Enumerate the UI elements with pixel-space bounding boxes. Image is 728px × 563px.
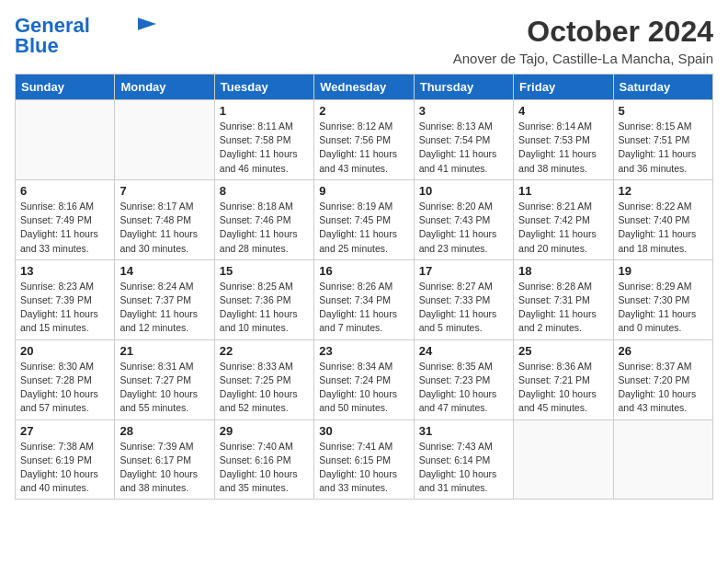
calendar-cell: 19Sunrise: 8:29 AM Sunset: 7:30 PM Dayli… [613, 259, 712, 339]
day-number: 17 [419, 264, 508, 278]
day-number: 4 [518, 104, 608, 118]
day-detail: Sunrise: 8:23 AM Sunset: 7:39 PM Dayligh… [20, 280, 109, 336]
calendar-cell: 24Sunrise: 8:35 AM Sunset: 7:23 PM Dayli… [414, 339, 513, 419]
day-detail: Sunrise: 8:25 AM Sunset: 7:36 PM Dayligh… [220, 280, 309, 336]
calendar-cell: 25Sunrise: 8:36 AM Sunset: 7:21 PM Dayli… [514, 339, 613, 419]
day-number: 20 [20, 344, 109, 358]
day-detail: Sunrise: 7:39 AM Sunset: 6:17 PM Dayligh… [119, 440, 209, 496]
day-detail: Sunrise: 8:36 AM Sunset: 7:21 PM Dayligh… [518, 360, 608, 416]
calendar-cell: 4Sunrise: 8:14 AM Sunset: 7:53 PM Daylig… [514, 100, 613, 180]
day-detail: Sunrise: 8:21 AM Sunset: 7:42 PM Dayligh… [518, 200, 608, 256]
calendar-cell [115, 100, 214, 180]
day-number: 15 [220, 264, 309, 278]
day-number: 12 [619, 184, 708, 198]
day-number: 14 [119, 264, 209, 278]
calendar-week-row: 20Sunrise: 8:30 AM Sunset: 7:28 PM Dayli… [16, 339, 713, 419]
calendar-cell: 29Sunrise: 7:40 AM Sunset: 6:16 PM Dayli… [214, 419, 313, 500]
calendar-cell: 16Sunrise: 8:26 AM Sunset: 7:34 PM Dayli… [314, 259, 414, 339]
day-number: 16 [319, 264, 408, 278]
svg-marker-0 [138, 17, 156, 29]
calendar-cell: 2Sunrise: 8:12 AM Sunset: 7:56 PM Daylig… [314, 100, 414, 180]
day-number: 31 [419, 424, 508, 438]
day-detail: Sunrise: 7:41 AM Sunset: 6:15 PM Dayligh… [319, 440, 408, 496]
calendar-cell: 18Sunrise: 8:28 AM Sunset: 7:31 PM Dayli… [514, 259, 613, 339]
day-number: 11 [518, 184, 608, 198]
day-detail: Sunrise: 8:20 AM Sunset: 7:43 PM Dayligh… [419, 200, 508, 256]
calendar-week-row: 1Sunrise: 8:11 AM Sunset: 7:58 PM Daylig… [16, 100, 713, 180]
day-number: 27 [20, 424, 109, 438]
logo: General Blue [15, 15, 156, 57]
calendar-cell: 9Sunrise: 8:19 AM Sunset: 7:45 PM Daylig… [314, 179, 414, 259]
calendar-table: SundayMondayTuesdayWednesdayThursdayFrid… [15, 74, 713, 500]
title-block: October 2024 Anover de Tajo, Castille-La… [453, 15, 713, 66]
calendar-week-row: 13Sunrise: 8:23 AM Sunset: 7:39 PM Dayli… [16, 259, 713, 339]
day-detail: Sunrise: 8:19 AM Sunset: 7:45 PM Dayligh… [319, 200, 408, 256]
day-number: 18 [518, 264, 608, 278]
calendar-cell [16, 100, 115, 180]
day-number: 22 [220, 344, 309, 358]
day-number: 6 [20, 184, 109, 198]
day-number: 13 [20, 264, 109, 278]
calendar-cell: 1Sunrise: 8:11 AM Sunset: 7:58 PM Daylig… [214, 100, 313, 180]
calendar-cell: 30Sunrise: 7:41 AM Sunset: 6:15 PM Dayli… [314, 419, 414, 500]
day-detail: Sunrise: 8:14 AM Sunset: 7:53 PM Dayligh… [518, 120, 608, 176]
calendar-cell: 27Sunrise: 7:38 AM Sunset: 6:19 PM Dayli… [16, 419, 115, 500]
day-number: 9 [319, 184, 408, 198]
day-number: 26 [619, 344, 708, 358]
calendar-cell: 17Sunrise: 8:27 AM Sunset: 7:33 PM Dayli… [414, 259, 513, 339]
calendar-cell [514, 419, 613, 500]
day-number: 29 [220, 424, 309, 438]
calendar-cell: 14Sunrise: 8:24 AM Sunset: 7:37 PM Dayli… [115, 259, 214, 339]
day-detail: Sunrise: 7:40 AM Sunset: 6:16 PM Dayligh… [220, 440, 309, 496]
day-detail: Sunrise: 8:33 AM Sunset: 7:25 PM Dayligh… [220, 360, 309, 416]
calendar-week-row: 6Sunrise: 8:16 AM Sunset: 7:49 PM Daylig… [16, 179, 713, 259]
calendar-cell [613, 419, 712, 500]
calendar-cell: 11Sunrise: 8:21 AM Sunset: 7:42 PM Dayli… [514, 179, 613, 259]
calendar-week-row: 27Sunrise: 7:38 AM Sunset: 6:19 PM Dayli… [16, 419, 713, 500]
day-detail: Sunrise: 8:31 AM Sunset: 7:27 PM Dayligh… [119, 360, 209, 416]
month-title: October 2024 [453, 15, 713, 49]
day-detail: Sunrise: 7:38 AM Sunset: 6:19 PM Dayligh… [20, 440, 109, 496]
day-number: 3 [419, 104, 508, 118]
day-number: 24 [419, 344, 508, 358]
calendar-cell: 5Sunrise: 8:15 AM Sunset: 7:51 PM Daylig… [613, 100, 712, 180]
day-detail: Sunrise: 8:12 AM Sunset: 7:56 PM Dayligh… [319, 120, 408, 176]
calendar-cell: 28Sunrise: 7:39 AM Sunset: 6:17 PM Dayli… [115, 419, 214, 500]
calendar-cell: 10Sunrise: 8:20 AM Sunset: 7:43 PM Dayli… [414, 179, 513, 259]
day-detail: Sunrise: 8:27 AM Sunset: 7:33 PM Dayligh… [419, 280, 508, 336]
calendar-cell: 26Sunrise: 8:37 AM Sunset: 7:20 PM Dayli… [613, 339, 712, 419]
calendar-cell: 3Sunrise: 8:13 AM Sunset: 7:54 PM Daylig… [414, 100, 513, 180]
calendar-cell: 22Sunrise: 8:33 AM Sunset: 7:25 PM Dayli… [214, 339, 313, 419]
day-number: 2 [319, 104, 408, 118]
day-detail: Sunrise: 7:43 AM Sunset: 6:14 PM Dayligh… [419, 440, 508, 496]
calendar-cell: 12Sunrise: 8:22 AM Sunset: 7:40 PM Dayli… [613, 179, 712, 259]
weekday-header: Wednesday [314, 75, 414, 100]
day-detail: Sunrise: 8:29 AM Sunset: 7:30 PM Dayligh… [619, 280, 708, 336]
page-header: General Blue October 2024 Anover de Tajo… [15, 15, 713, 66]
logo-icon [138, 17, 156, 30]
day-detail: Sunrise: 8:18 AM Sunset: 7:46 PM Dayligh… [220, 200, 309, 256]
day-number: 28 [119, 424, 209, 438]
calendar-header-row: SundayMondayTuesdayWednesdayThursdayFrid… [16, 75, 713, 100]
day-number: 19 [619, 264, 708, 278]
calendar-cell: 20Sunrise: 8:30 AM Sunset: 7:28 PM Dayli… [16, 339, 115, 419]
day-detail: Sunrise: 8:35 AM Sunset: 7:23 PM Dayligh… [419, 360, 508, 416]
logo-text2: Blue [15, 35, 59, 57]
day-number: 30 [319, 424, 408, 438]
day-number: 7 [119, 184, 209, 198]
day-detail: Sunrise: 8:13 AM Sunset: 7:54 PM Dayligh… [419, 120, 508, 176]
weekday-header: Saturday [613, 75, 712, 100]
weekday-header: Tuesday [214, 75, 313, 100]
day-detail: Sunrise: 8:16 AM Sunset: 7:49 PM Dayligh… [20, 200, 109, 256]
calendar-cell: 21Sunrise: 8:31 AM Sunset: 7:27 PM Dayli… [115, 339, 214, 419]
weekday-header: Thursday [414, 75, 513, 100]
day-detail: Sunrise: 8:34 AM Sunset: 7:24 PM Dayligh… [319, 360, 408, 416]
day-number: 5 [619, 104, 708, 118]
day-number: 21 [119, 344, 209, 358]
calendar-cell: 31Sunrise: 7:43 AM Sunset: 6:14 PM Dayli… [414, 419, 513, 500]
weekday-header: Friday [514, 75, 613, 100]
day-number: 10 [419, 184, 508, 198]
day-detail: Sunrise: 8:26 AM Sunset: 7:34 PM Dayligh… [319, 280, 408, 336]
weekday-header: Sunday [16, 75, 115, 100]
calendar-cell: 7Sunrise: 8:17 AM Sunset: 7:48 PM Daylig… [115, 179, 214, 259]
